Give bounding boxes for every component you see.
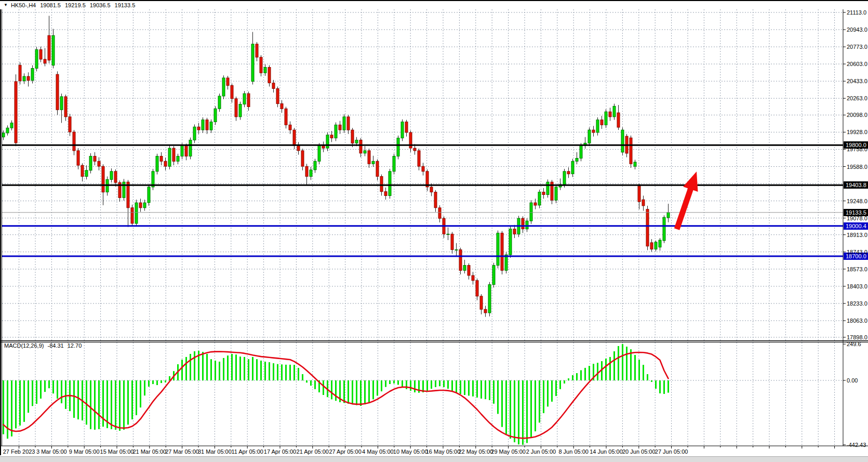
price-axis-tick-label: 18913.0: [847, 232, 868, 238]
price-axis-tick-label: 20603.0: [847, 61, 868, 67]
macd-value: -84.31: [47, 342, 63, 349]
price-axis-tick-label: 20773.0: [847, 44, 868, 50]
price-line-label-19000: 19000.4: [844, 222, 868, 230]
price-axis-tick-label: 20943.0: [847, 27, 868, 33]
macd-axis-tick-label: 0.00: [847, 377, 868, 384]
macd-indicator-label: MACD(12,26,9) -84.31 12.70: [4, 342, 82, 349]
price-axis-tick-label: 19248.0: [847, 198, 868, 204]
price-axis-tick-label: 20433.0: [847, 78, 868, 84]
trading-chart-window: ▼ HK50-,H4 19081.5 19219.5 19036.5 19133…: [0, 0, 868, 462]
price-axis-tick-label: 19758.0: [847, 146, 868, 152]
price-axis-tick-label: 18063.0: [847, 318, 868, 324]
price-axis-tick-label: 18233.0: [847, 300, 868, 307]
macd-name: MACD(12,26,9): [4, 342, 44, 349]
price-axis-tick-label: 21113.0: [847, 9, 868, 16]
price-axis-tick-label: 18743.0: [847, 249, 868, 255]
price-axis-tick-label: 18573.0: [847, 266, 868, 272]
window-bottom-edge: [0, 456, 868, 462]
price-axis-tick-label: 20263.0: [847, 95, 868, 101]
macd-axis-tick-label: 249.6: [847, 341, 868, 347]
price-axis-tick-label: 20098.0: [847, 112, 868, 118]
price-axis-tick-label: 19588.0: [847, 164, 868, 170]
macd-axis-tick-label: -442.43: [847, 442, 868, 448]
macd-signal-value: 12.70: [68, 342, 82, 349]
price-axis-tick-label: 18403.0: [847, 283, 868, 289]
chart-canvas[interactable]: [0, 0, 868, 462]
price-line-label-19403: 19403.8: [844, 181, 868, 189]
time-axis-tick-label: 27 Jun 05:00: [638, 448, 705, 455]
price-axis-tick-label: 17898.0: [847, 334, 868, 340]
price-axis-tick-label: 19928.0: [847, 129, 868, 135]
price-axis-tick-label: 19078.0: [847, 215, 868, 221]
